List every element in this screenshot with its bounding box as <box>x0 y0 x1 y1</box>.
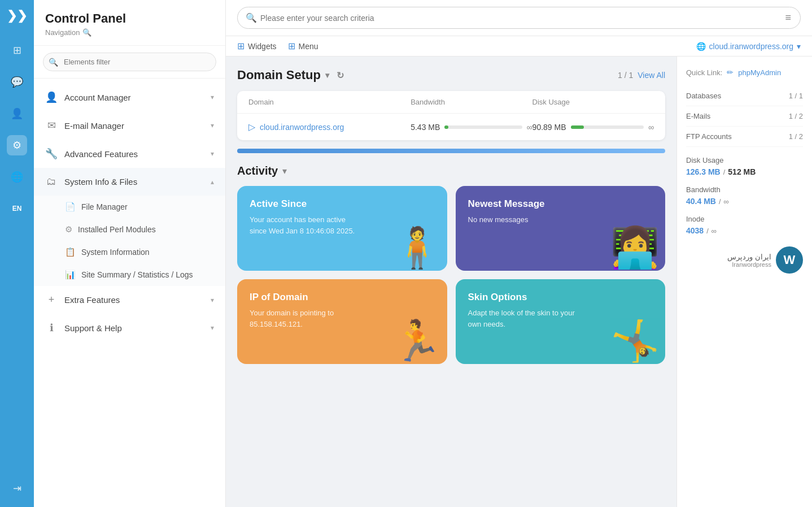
domain-setup-title: Domain Setup ▾ ↻ <box>237 68 344 83</box>
ftp-value: 1 / 2 <box>789 132 803 141</box>
email-manager-icon: ✉ <box>45 119 58 132</box>
perl-modules-icon: ⚙ <box>65 224 72 235</box>
domain-count: 1 / 1 <box>618 71 633 80</box>
disk-usage-total: 512 MB <box>728 167 756 176</box>
support-help-icon: ℹ <box>45 322 58 334</box>
sidebar: Control Panel Navigation 🔍 🔍 👤 Account M… <box>34 0 226 507</box>
account-manager-chevron: ▾ <box>211 93 214 101</box>
stat-databases: Databases 1 / 1 <box>686 86 803 106</box>
inode-total: ∞ <box>711 227 717 235</box>
inode-label: Inode <box>686 215 803 223</box>
sidebar-header: Control Panel Navigation 🔍 <box>34 0 225 46</box>
sidebar-item-extra-features[interactable]: + Extra Features ▾ <box>34 286 225 314</box>
system-info-label: System Info & Files <box>64 177 137 187</box>
activity-card-active-since[interactable]: Active Since Your account has been activ… <box>237 186 447 271</box>
advanced-features-chevron: ▾ <box>211 150 214 158</box>
stat-emails: E-Mails 1 / 2 <box>686 106 803 127</box>
activity-chevron-icon[interactable]: ▾ <box>282 166 287 176</box>
menu-label: Menu <box>299 42 318 51</box>
activity-card-ip-domain[interactable]: IP of Domain Your domain is pointing to … <box>237 279 447 364</box>
search-input[interactable] <box>260 14 785 23</box>
account-manager-label: Account Manager <box>64 93 131 102</box>
domain-name: cloud.iranwordpress.org <box>709 42 793 51</box>
quick-link-edit-icon[interactable]: ✏ <box>727 68 734 77</box>
quick-link: Quick Link: ✏ phpMyAdmin <box>686 68 803 77</box>
sidebar-item-advanced-features[interactable]: 🔧 Advanced Features ▾ <box>34 140 225 168</box>
submenu-site-summary[interactable]: 📊 Site Summary / Statistics / Logs <box>34 263 225 286</box>
submenu-file-manager[interactable]: 📄 File Manager <box>34 196 225 218</box>
system-info-icon: 🗂 <box>45 176 58 188</box>
quick-link-value[interactable]: phpMyAdmin <box>738 68 781 77</box>
activity-card-newest-message[interactable]: Newest Message No new messages 👩‍💻 <box>456 186 666 271</box>
submenu-system-information[interactable]: 📋 System Information <box>34 241 225 263</box>
quick-link-label: Quick Link: <box>686 68 722 77</box>
disk-value: 90.89 MB <box>532 123 566 132</box>
submenu-perl-modules[interactable]: ⚙ Installed Perl Modules <box>34 218 225 241</box>
activity-card-skin-options[interactable]: Skin Options Adapt the look of the skin … <box>456 279 666 364</box>
domain-chevron-icon: ▾ <box>797 42 801 51</box>
domain-selector[interactable]: 🌐 cloud.iranwordpress.org ▾ <box>696 42 801 51</box>
table-row: ▷ cloud.iranwordpress.org 5.43 MB ∞ 90.8… <box>237 114 665 140</box>
nav-user-icon[interactable]: 👤 <box>7 103 27 124</box>
system-information-icon: 📋 <box>65 247 76 257</box>
databases-label: Databases <box>686 92 721 100</box>
nav-tabs: ⊞ Widgets ⊞ Menu 🌐 cloud.iranwordpress.o… <box>226 36 812 57</box>
domain-setup-header: Domain Setup ▾ ↻ 1 / 1 View All <box>237 68 665 83</box>
domain-table-header: Domain Bandwidth Disk Usage <box>237 91 665 114</box>
support-help-label: Support & Help <box>64 323 122 333</box>
inode-sep: / <box>706 227 709 235</box>
system-information-label: System Information <box>81 248 150 257</box>
tab-menu[interactable]: ⊞ Menu <box>288 41 318 51</box>
domain-setup-chevron[interactable]: ▾ <box>325 71 329 80</box>
elements-filter-wrapper: 🔍 <box>34 46 225 79</box>
domain-table: Domain Bandwidth Disk Usage ▷ cloud.iran… <box>237 91 665 140</box>
domain-view-all[interactable]: View All <box>638 71 665 80</box>
sidebar-item-account-manager[interactable]: 👤 Account Manager ▾ <box>34 83 225 111</box>
nav-globe-icon[interactable]: 🌐 <box>7 167 27 187</box>
bandwidth-sep: / <box>719 197 721 206</box>
sidebar-item-system-info[interactable]: 🗂 System Info & Files ▴ <box>34 168 225 196</box>
skin-options-illustration: 🤸 <box>610 318 660 364</box>
nav-chat-icon[interactable]: 💬 <box>7 72 27 92</box>
perl-modules-label: Installed Perl Modules <box>78 225 156 234</box>
progress-blue-bar <box>237 149 665 153</box>
site-summary-label: Site Summary / Statistics / Logs <box>81 270 193 279</box>
disk-usage-sep: / <box>723 168 726 176</box>
nav-gear-icon[interactable]: ⚙ <box>7 135 27 155</box>
newest-message-desc: No new messages <box>468 214 579 226</box>
system-info-chevron: ▴ <box>211 178 214 186</box>
brand-area: ایران وردپرس Iranwordpress W <box>686 246 803 274</box>
brand-persian-text: ایران وردپرس <box>727 253 771 261</box>
nav-grid-icon[interactable]: ⊞ <box>7 40 27 60</box>
brand-english-text: Iranwordpress <box>727 261 771 268</box>
bandwidth-values: 40.4 MB / ∞ <box>686 197 803 206</box>
disk-infinity: ∞ <box>648 123 654 132</box>
activity-header: Activity ▾ <box>237 164 665 177</box>
wordpress-logo: W <box>776 246 803 274</box>
app-logo: ❯❯ <box>7 8 27 23</box>
nav-lang-icon[interactable]: EN <box>7 198 27 219</box>
inode-used: 4038 <box>686 226 704 235</box>
sidebar-item-support-help[interactable]: ℹ Support & Help ▾ <box>34 314 225 342</box>
elements-filter-input[interactable] <box>43 53 216 71</box>
domain-setup-refresh-icon[interactable]: ↻ <box>337 70 344 81</box>
skin-options-title: Skin Options <box>468 292 653 303</box>
activity-grid: Active Since Your account has been activ… <box>237 186 665 364</box>
disk-progress <box>571 125 584 129</box>
stat-ftp: FTP Accounts 1 / 2 <box>686 127 803 147</box>
sidebar-item-email-manager[interactable]: ✉ E-mail Manager ▾ <box>34 111 225 140</box>
search-bar: 🔍 ≡ <box>237 7 801 29</box>
filter-search-icon: 🔍 <box>49 58 58 67</box>
sidebar-subtitle: Navigation 🔍 <box>45 28 214 37</box>
domain-link-text[interactable]: cloud.iranwordpress.org <box>260 123 344 132</box>
support-help-chevron: ▾ <box>211 324 214 332</box>
col-domain: Domain <box>248 98 411 106</box>
nav-exit-icon[interactable]: ⇥ <box>7 478 27 499</box>
ftp-label: FTP Accounts <box>686 132 732 141</box>
filter-settings-icon[interactable]: ≡ <box>785 12 791 24</box>
activity-title: Activity <box>237 164 278 177</box>
tab-widgets[interactable]: ⊞ Widgets <box>237 41 277 51</box>
file-manager-label: File Manager <box>81 202 128 211</box>
widgets-label: Widgets <box>248 42 277 51</box>
ip-domain-title: IP of Domain <box>250 292 435 303</box>
